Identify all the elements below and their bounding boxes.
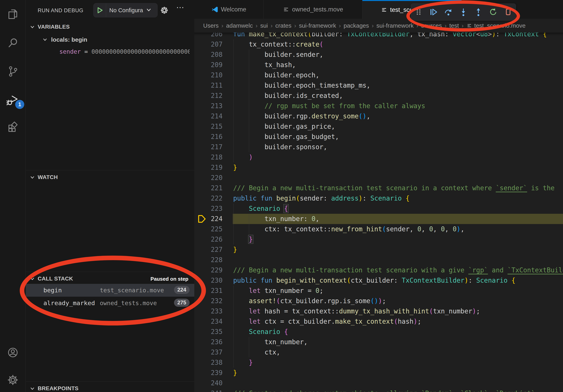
line-number[interactable]: 241 <box>194 388 222 392</box>
breadcrumb-file[interactable]: test_scenario.move <box>466 22 525 29</box>
line-number[interactable]: 214 <box>194 111 222 121</box>
line-number[interactable]: 207 <box>194 39 222 50</box>
tab-Welcome[interactable]: Welcome <box>194 0 264 19</box>
code-line-221[interactable]: 221/// Begin a new multi-transaction tes… <box>194 183 563 193</box>
line-number[interactable]: 208 <box>194 50 222 60</box>
line-number[interactable]: 230 <box>194 275 222 286</box>
line-number[interactable]: 237 <box>194 347 222 357</box>
activity-item-source-control[interactable] <box>7 65 19 78</box>
code-line-234[interactable]: 234 let ctx = ctx_builder.make_tx_contex… <box>194 316 563 327</box>
activity-item-settings[interactable] <box>7 374 19 386</box>
code-line-237[interactable]: 237 ctx, <box>194 347 563 357</box>
watch-section-header[interactable]: WATCH <box>26 172 194 182</box>
line-number[interactable]: 219 <box>194 162 222 173</box>
activity-item-extensions[interactable] <box>7 120 19 133</box>
line-number[interactable]: 216 <box>194 132 222 142</box>
activity-item-explorer[interactable] <box>7 8 19 21</box>
breadcrumb-item[interactable]: sui <box>260 22 268 29</box>
breadcrumb-item[interactable]: sources <box>421 22 442 29</box>
line-number[interactable]: 226 <box>194 234 222 245</box>
code-line-211[interactable]: 211 builder.epoch_timestamp_ms, <box>194 80 563 91</box>
breadcrumb-item[interactable]: Users <box>203 22 218 29</box>
more-actions-icon[interactable]: ⋯ <box>176 3 185 12</box>
line-number[interactable]: 225 <box>194 224 222 234</box>
line-number[interactable]: 224 <box>194 214 222 224</box>
code-line-226[interactable]: 226 } <box>194 234 563 245</box>
code-line-228[interactable]: 228 <box>194 255 563 265</box>
breadcrumb-item[interactable]: test <box>449 22 459 29</box>
tab-owned_tests.move[interactable]: owned_tests.move <box>264 0 362 19</box>
line-number[interactable]: 215 <box>194 121 222 132</box>
code-line-210[interactable]: 210 builder.epoch, <box>194 70 563 80</box>
line-number[interactable]: 218 <box>194 152 222 162</box>
line-number[interactable]: 233 <box>194 306 222 316</box>
line-number[interactable]: 213 <box>194 101 222 111</box>
line-number[interactable]: 210 <box>194 70 222 80</box>
breadcrumb-item[interactable]: sui-framework <box>376 22 413 29</box>
step-over-button[interactable] <box>442 6 455 18</box>
restart-button[interactable] <box>487 6 499 18</box>
code-line-215[interactable]: 215 builder.gas_price, <box>194 121 563 132</box>
line-number[interactable]: 231 <box>194 286 222 296</box>
variables-section-header[interactable]: VARIABLES <box>26 22 194 32</box>
code-line-207[interactable]: 207 tx_context::create( <box>194 39 563 50</box>
code-line-218[interactable]: 218 ) <box>194 152 563 162</box>
line-number[interactable]: 217 <box>194 142 222 152</box>
step-into-button[interactable] <box>457 6 470 18</box>
code-line-238[interactable]: 238 } <box>194 357 563 368</box>
code-line-227[interactable]: 227} <box>194 245 563 255</box>
code-line-208[interactable]: 208 builder.sender, <box>194 50 563 60</box>
line-number[interactable]: 239 <box>194 368 222 378</box>
code-line-235[interactable]: 235 Scenario { <box>194 327 563 337</box>
debug-configuration-dropdown[interactable]: No Configura <box>93 3 158 17</box>
line-number[interactable]: 232 <box>194 296 222 306</box>
step-out-button[interactable] <box>472 6 485 18</box>
line-number[interactable]: 211 <box>194 80 222 91</box>
code-line-231[interactable]: 231 let txn_number = 0; <box>194 286 563 296</box>
code-line-222[interactable]: 222public fun begin(sender: address): Sc… <box>194 193 563 204</box>
activity-item-account[interactable] <box>7 346 19 359</box>
breadcrumb-item[interactable]: sui-framework <box>299 22 336 29</box>
line-number[interactable]: 235 <box>194 327 222 337</box>
code-editor[interactable]: 206fun make_tx_context(builder: TxContex… <box>194 0 563 392</box>
breakpoints-section-header[interactable]: BREAKPOINTS <box>26 383 194 392</box>
code-line-236[interactable]: 236 txn_number, <box>194 337 563 347</box>
code-line-225[interactable]: 225 ctx: tx_context::new_from_hint(sende… <box>194 224 563 234</box>
breadcrumb-item[interactable]: adamwelc <box>226 22 253 29</box>
toolbar-drag-handle[interactable] <box>412 6 425 18</box>
activity-item-run-and-debug[interactable]: 1 <box>7 94 19 107</box>
start-debug-icon[interactable] <box>93 3 106 17</box>
stop-button[interactable] <box>502 6 514 18</box>
line-number[interactable]: 234 <box>194 316 222 327</box>
line-number[interactable]: 229 <box>194 265 222 275</box>
code-line-233[interactable]: 233 let hash = tx_context::dummy_tx_hash… <box>194 306 563 316</box>
line-number[interactable]: 238 <box>194 357 222 368</box>
code-line-241[interactable]: 241/// Creates and shares system objects… <box>194 388 563 392</box>
code-line-219[interactable]: 219} <box>194 162 563 173</box>
breadcrumb-item[interactable]: crates <box>275 22 292 29</box>
code-line-220[interactable]: 220 <box>194 173 563 183</box>
line-number[interactable]: 209 <box>194 60 222 70</box>
breadcrumb-item[interactable]: packages <box>344 22 369 29</box>
code-line-223[interactable]: 223 Scenario { <box>194 204 563 214</box>
line-number[interactable]: 236 <box>194 337 222 347</box>
code-line-216[interactable]: 216 builder.gas_budget, <box>194 132 563 142</box>
code-line-214[interactable]: 214 builder.rgp.destroy_some(), <box>194 111 563 121</box>
code-line-217[interactable]: 217 builder.sponsor, <box>194 142 563 152</box>
continue-button[interactable] <box>427 6 440 18</box>
code-line-209[interactable]: 209 tx_hash, <box>194 60 563 70</box>
code-line-239[interactable]: 239} <box>194 368 563 378</box>
code-line-224[interactable]: 224 txn_number: 0, <box>194 214 563 224</box>
variable-row[interactable]: sender = 000000000000000000000000000000… <box>26 46 194 58</box>
line-number[interactable]: 228 <box>194 255 222 265</box>
gear-icon[interactable] <box>159 5 169 16</box>
call-stack-frame-already_marked[interactable]: already_marked owned_tests.move 275 <box>26 297 194 310</box>
activity-item-search[interactable] <box>7 37 19 49</box>
line-number[interactable]: 212 <box>194 91 222 101</box>
line-number[interactable]: 227 <box>194 245 222 255</box>
line-number[interactable]: 222 <box>194 193 222 204</box>
line-number[interactable]: 240 <box>194 378 222 388</box>
line-number[interactable]: 223 <box>194 204 222 214</box>
call-stack-frame-begin[interactable]: begin test_scenario.move 224 <box>26 284 194 297</box>
code-line-229[interactable]: 229/// Begin a new multi-transaction tes… <box>194 265 563 275</box>
